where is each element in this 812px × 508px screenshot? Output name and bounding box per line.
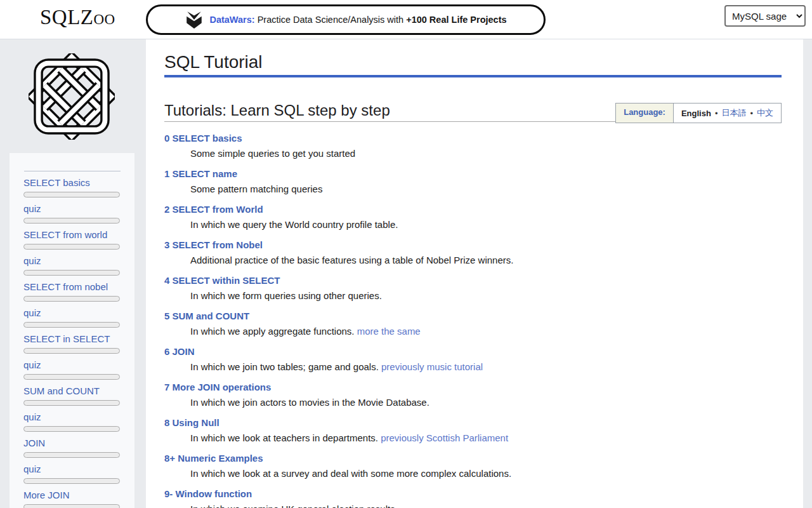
main-content: SQL Tutorial Tutorials: Learn SQL step b… [146, 39, 803, 508]
tutorial-desc-text: In which we join two tables; game and go… [190, 361, 379, 372]
progress-bar [23, 504, 120, 508]
tutorial-title-sum-and-count: 5 SUM and COUNT [164, 310, 782, 322]
progress-bar [23, 270, 120, 276]
tutorial-title-select-from-nobel: 3 SELECT from Nobel [164, 239, 782, 251]
sidebar-link-sum-and-count[interactable]: SUM and COUNT [23, 385, 134, 397]
tutorial-title-select-name: 1 SELECT name [164, 168, 782, 180]
tutorial-title-more-join-operations: 7 More JOIN operations [164, 381, 782, 393]
tutorial-desc-text: Additional practice of the basic feature… [190, 255, 513, 265]
tutorial-link-select-name[interactable]: 1 SELECT name [164, 168, 237, 179]
sidebar-item-quiz-2: quiz [23, 307, 134, 328]
language-link-japanese[interactable]: 日本語 [721, 107, 746, 119]
tutorial-link-select-from-nobel[interactable]: 3 SELECT from Nobel [164, 239, 263, 250]
tutorial-desc: Some pattern matching queries [190, 183, 782, 195]
language-options: English • 日本語 • 中文 [674, 104, 781, 123]
tutorial-link-more-join-operations[interactable]: 7 More JOIN operations [164, 382, 271, 392]
top-header: SQLZoo DataWars: Practice Data Science/A… [0, 0, 812, 39]
sidebar-link-quiz[interactable]: quiz [23, 359, 134, 371]
tutorial-title-window-function: 9- Window function [164, 488, 782, 500]
progress-bar [23, 244, 120, 250]
tutorial-link-join[interactable]: 6 JOIN [164, 346, 195, 357]
progress-bar [23, 374, 120, 380]
tutorial-title-select-from-world: 2 SELECT from World [164, 203, 782, 215]
tutorial-title-using-null: 8 Using Null [164, 417, 782, 429]
tutorial-desc-text: Some pattern matching queries [190, 184, 322, 194]
tutorial-desc-text: In which we look at teachers in departme… [190, 432, 378, 443]
tutorial-link-window-function[interactable]: 9- Window function [164, 488, 252, 499]
language-link-chinese[interactable]: 中文 [757, 107, 773, 119]
sidebar-item-quiz-5: quiz [23, 463, 134, 484]
sidebar-link-quiz[interactable]: quiz [23, 463, 134, 475]
banner-highlight: +100 Real Life Projects [406, 15, 506, 25]
datawars-banner[interactable]: DataWars: Practice Data Science/Analysis… [146, 4, 546, 35]
sidebar-link-join[interactable]: JOIN [23, 437, 134, 449]
banner-message: Practice Data Science/Analysis with [255, 15, 407, 25]
tutorial-desc: Additional practice of the basic feature… [190, 254, 782, 266]
language-box: Language: English • 日本語 • 中文 [615, 103, 782, 123]
sidebar-item-select-from-world: SELECT from world [23, 229, 134, 250]
tutorial-link-select-within-select[interactable]: 4 SELECT within SELECT [164, 275, 280, 286]
tutorial-link-sum-and-count[interactable]: 5 SUM and COUNT [164, 311, 249, 321]
progress-bar [23, 452, 120, 458]
tutorial-extra-link-scottish-parliament[interactable]: previously Scottish Parliament [381, 432, 508, 443]
tutorial-title-select-basics: 0 SELECT basics [164, 132, 782, 144]
sidebar-link-select-in-select[interactable]: SELECT in SELECT [23, 333, 134, 345]
tutorial-desc: In which we examine UK general election … [190, 503, 782, 508]
sidebar-item-join: JOIN [23, 437, 134, 458]
tutorial-link-select-basics[interactable]: 0 SELECT basics [164, 133, 242, 144]
tutorial-desc: In which we form queries using other que… [190, 290, 782, 302]
tutorial-extra-link-music-tutorial[interactable]: previously music tutorial [381, 361, 483, 372]
tutorial-desc-text: In which we apply aggregate functions. [190, 326, 355, 337]
tutorial-link-select-from-world[interactable]: 2 SELECT from World [164, 204, 263, 215]
sidebar-link-quiz[interactable]: quiz [23, 203, 134, 215]
tutorial-desc: In which we query the World country prof… [190, 218, 782, 231]
progress-bar [23, 322, 120, 328]
progress-bar [23, 192, 120, 197]
celtic-knot-logo[interactable] [29, 53, 115, 140]
sql-engine-select[interactable]: MySQL sage [724, 5, 806, 27]
tutorial-desc: In which we join two tables; game and go… [190, 361, 782, 373]
language-separator: • [715, 109, 718, 118]
banner-brand: DataWars: [209, 15, 254, 25]
progress-bar [23, 400, 120, 406]
sidebar-item-select-basics: SELECT basics [23, 177, 134, 197]
sidebar-link-more-join[interactable]: More JOIN [23, 489, 134, 501]
tutorial-desc-text: In which we examine UK general election … [190, 504, 398, 508]
sidebar-item-quiz-4: quiz [23, 411, 134, 432]
tutorial-desc: In which we apply aggregate functions. m… [190, 325, 782, 337]
sidebar-link-quiz[interactable]: quiz [23, 307, 134, 319]
progress-bar [23, 478, 120, 484]
tutorial-list: 0 SELECT basics Some simple queries to g… [164, 132, 782, 508]
tutorial-desc: In which we look at a survey and deal wi… [190, 467, 782, 479]
sidebar-item-quiz-3: quiz [23, 359, 134, 380]
sidebar-link-select-from-nobel[interactable]: SELECT from nobel [23, 281, 134, 293]
language-current-english: English [681, 109, 711, 118]
page-title: SQL Tutorial [164, 53, 782, 77]
tutorial-title-join: 6 JOIN [164, 345, 782, 358]
sidebar-item-more-join: More JOIN [23, 489, 134, 508]
tutorial-link-using-null[interactable]: 8 Using Null [164, 417, 219, 428]
banner-text: DataWars: Practice Data Science/Analysis… [209, 15, 506, 25]
sqlzoo-logo[interactable]: SQLZoo [40, 6, 115, 29]
progress-bar [23, 218, 120, 224]
language-separator: • [750, 109, 753, 118]
sidebar-link-select-basics[interactable]: SELECT basics [23, 177, 134, 189]
sidebar-item-quiz-1: quiz [23, 255, 134, 276]
tutorial-desc-text: In which we form queries using other que… [190, 290, 382, 301]
nav-divider [24, 171, 121, 171]
sidebar-link-quiz[interactable]: quiz [23, 255, 134, 267]
sidebar-item-select-in-select: SELECT in SELECT [23, 333, 134, 354]
language-label: Language: [616, 104, 674, 123]
tutorial-desc-text: In which we join actors to movies in the… [190, 397, 429, 408]
tutorial-extra-link-more-the-same[interactable]: more the same [357, 326, 421, 337]
tutorials-section-header: Tutorials: Learn SQL step by step Langua… [164, 102, 782, 122]
progress-bar [23, 426, 120, 432]
tutorial-link-numeric-examples[interactable]: 8+ Numeric Examples [164, 453, 263, 464]
sidebar-link-quiz[interactable]: quiz [23, 411, 134, 423]
sidebar-link-select-from-world[interactable]: SELECT from world [23, 229, 134, 241]
tutorial-title-select-within-select: 4 SELECT within SELECT [164, 274, 782, 286]
sidebar-nav: SELECT basics quiz SELECT from world qui… [10, 153, 134, 508]
progress-bar [23, 296, 120, 302]
progress-bar [23, 348, 120, 354]
tutorial-desc: In which we look at teachers in departme… [190, 432, 782, 444]
